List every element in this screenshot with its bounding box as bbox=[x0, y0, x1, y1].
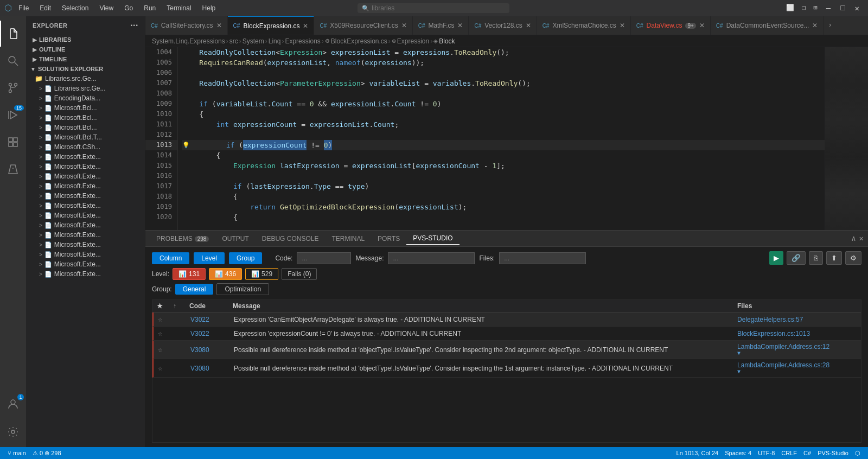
result-row-2[interactable]: ☆ V3022 Expression 'expressionCount != 0… bbox=[152, 327, 861, 341]
status-eol[interactable]: CRLF bbox=[778, 450, 800, 456]
level-button[interactable]: Level bbox=[194, 252, 225, 264]
header-message[interactable]: Message bbox=[233, 302, 737, 310]
tab-vector[interactable]: C# Vector128.cs ✕ bbox=[469, 16, 537, 35]
tab-mathf[interactable]: C# MathF.cs ✕ bbox=[413, 16, 469, 35]
group-general-btn[interactable]: General bbox=[175, 284, 214, 295]
tab-datacommon-close[interactable]: ✕ bbox=[812, 22, 818, 29]
close-btn[interactable]: ✕ bbox=[851, 3, 864, 14]
files-filter-input[interactable] bbox=[499, 252, 586, 264]
breadcrumb-file[interactable]: BlockExpression.cs bbox=[331, 37, 387, 45]
tree-item[interactable]: >📄Microsoft.Exte... bbox=[26, 191, 145, 201]
layout-icon[interactable]: ⬜ bbox=[783, 3, 797, 14]
tree-item[interactable]: >📄Libraries.src.Ge... bbox=[26, 84, 145, 93]
tree-item[interactable]: >📄Microsoft.Exte... bbox=[26, 171, 145, 181]
tree-item[interactable]: >📄Microsoft.Exte... bbox=[26, 181, 145, 191]
minimize-btn[interactable]: — bbox=[822, 3, 835, 14]
tab-debug[interactable]: DEBUG CONSOLE bbox=[256, 233, 326, 245]
tree-item[interactable]: >📄Microsoft.Exte... bbox=[26, 259, 145, 269]
tab-vector-close[interactable]: ✕ bbox=[526, 22, 531, 29]
activity-run[interactable]: 15 bbox=[0, 102, 26, 128]
tab-terminal[interactable]: TERMINAL bbox=[325, 233, 371, 245]
run-analysis-btn[interactable]: ▶ bbox=[769, 251, 783, 265]
star-2[interactable]: ☆ bbox=[158, 329, 174, 338]
tree-item[interactable]: >📄Microsoft.Bcl... bbox=[26, 113, 145, 123]
tree-item[interactable]: >📄Microsoft.Bcl... bbox=[26, 123, 145, 132]
tree-item[interactable]: >📄Microsoft.Exte... bbox=[26, 220, 145, 230]
search-input[interactable] bbox=[372, 4, 505, 12]
tree-item[interactable]: >📄EncodingData... bbox=[26, 93, 145, 103]
code-link-2[interactable]: V3022 bbox=[190, 330, 234, 337]
breadcrumb-class[interactable]: Expression bbox=[397, 37, 429, 45]
tree-item[interactable]: >📄Microsoft.Bcl.T... bbox=[26, 132, 145, 142]
tab-datacommon[interactable]: C# DataCommonEventSource... ✕ bbox=[711, 16, 824, 35]
column-button[interactable]: Column bbox=[152, 252, 189, 264]
result-row-1[interactable]: ☆ V3022 Expression 'CanEmitObjectArrayDe… bbox=[152, 313, 861, 327]
section-libraries[interactable]: ▶ LIBRARIES bbox=[26, 35, 145, 44]
export-btn[interactable]: ⬆ bbox=[826, 251, 842, 265]
tab-dataview-close[interactable]: ✕ bbox=[699, 22, 705, 29]
tab-xml-close[interactable]: ✕ bbox=[620, 22, 625, 29]
tab-dataview[interactable]: C# DataView.cs 9+ ✕ bbox=[631, 16, 711, 35]
tree-item[interactable]: >📄Microsoft.CSh... bbox=[26, 142, 145, 152]
tab-blockexpression[interactable]: C# BlockExpression.cs ✕ bbox=[228, 16, 315, 35]
tab-block-close[interactable]: ✕ bbox=[303, 22, 308, 30]
tab-callsite-close[interactable]: ✕ bbox=[216, 22, 222, 29]
menu-edit[interactable]: Edit bbox=[35, 3, 55, 13]
group-optimization-btn[interactable]: Optimization bbox=[216, 283, 269, 295]
activity-testing[interactable] bbox=[0, 156, 26, 182]
status-encoding[interactable]: UTF-8 bbox=[755, 450, 778, 456]
layout2-icon[interactable]: ❐ bbox=[799, 3, 809, 14]
search-bar[interactable]: 🔍 bbox=[358, 3, 509, 13]
menu-terminal[interactable]: Terminal bbox=[162, 3, 195, 13]
breadcrumb-linq[interactable]: System.Linq.Expressions bbox=[152, 37, 225, 45]
tab-xml[interactable]: C# XmlSchemaChoice.cs ✕ bbox=[537, 16, 631, 35]
tree-item[interactable]: >📄Microsoft.Exte... bbox=[26, 269, 145, 279]
tab-overflow[interactable]: › bbox=[824, 16, 836, 35]
header-code[interactable]: Code bbox=[189, 302, 233, 310]
code-link-3[interactable]: V3080 bbox=[190, 346, 234, 354]
tree-item[interactable]: >📄Microsoft.Exte... bbox=[26, 250, 145, 259]
settings-panel-btn[interactable]: ⚙ bbox=[845, 251, 861, 265]
result-row-3[interactable]: ☆ V3080 Possible null dereference inside… bbox=[152, 341, 861, 359]
activity-account[interactable]: 1 bbox=[0, 391, 26, 417]
level-red-btn[interactable]: 📊 131 bbox=[173, 268, 206, 280]
breadcrumb-expressions[interactable]: Expressions bbox=[285, 37, 320, 45]
section-outline[interactable]: ▶ OUTLINE bbox=[26, 44, 145, 54]
status-line-col[interactable]: Ln 1013, Col 24 bbox=[673, 450, 722, 456]
tab-callsite[interactable]: C# CallSiteFactory.cs ✕ bbox=[145, 16, 228, 35]
activity-search[interactable] bbox=[0, 48, 26, 74]
breadcrumb-src[interactable]: src bbox=[229, 37, 238, 45]
tab-problems[interactable]: PROBLEMS298 bbox=[150, 233, 215, 245]
code-link-1[interactable]: V3022 bbox=[190, 316, 234, 323]
breadcrumb-method[interactable]: Block bbox=[439, 37, 455, 45]
status-language[interactable]: C# bbox=[800, 450, 814, 456]
tree-root[interactable]: 📁 Libraries.src.Ge... bbox=[26, 74, 145, 84]
activity-extensions[interactable] bbox=[0, 129, 26, 155]
status-errors[interactable]: ⚠ 0 ⊗ 298 bbox=[29, 450, 65, 457]
solution-explorer[interactable]: ▼ SOLUTION EXPLORER bbox=[26, 64, 145, 74]
breadcrumb-system[interactable]: System bbox=[242, 37, 264, 45]
tree-item[interactable]: >📄Microsoft.Exte... bbox=[26, 201, 145, 211]
level-yellow-btn[interactable]: 📊 529 bbox=[245, 268, 278, 280]
panel-minimize-icon[interactable]: ∧ bbox=[851, 234, 856, 243]
copy-btn[interactable]: ⎘ bbox=[809, 251, 823, 265]
file-2[interactable]: BlockExpression.cs:1013 bbox=[737, 330, 857, 337]
file-1[interactable]: DelegateHelpers.cs:57 bbox=[737, 316, 857, 323]
activity-source-control[interactable] bbox=[0, 75, 26, 101]
star-1[interactable]: ☆ bbox=[158, 315, 174, 324]
maximize-btn[interactable]: □ bbox=[836, 3, 849, 14]
message-filter-input[interactable] bbox=[388, 252, 475, 264]
breadcrumb-linq2[interactable]: Linq bbox=[269, 37, 281, 45]
code-link-4[interactable]: V3080 bbox=[190, 365, 234, 372]
panel-close-icon[interactable]: ✕ bbox=[859, 234, 864, 243]
tab-x509[interactable]: C# X509ResourceClient.cs ✕ bbox=[314, 16, 412, 35]
status-pvs[interactable]: PVS-Studio bbox=[814, 450, 852, 456]
menu-view[interactable]: View bbox=[95, 3, 118, 13]
tree-item[interactable]: >📄Microsoft.Exte... bbox=[26, 230, 145, 240]
tab-pvs[interactable]: PVS-STUDIO bbox=[406, 232, 459, 245]
code-editor[interactable]: ReadOnlyCollection<Expression> expressio… bbox=[178, 47, 825, 230]
tab-x509-close[interactable]: ✕ bbox=[401, 22, 407, 29]
filter-btn[interactable]: 🔗 bbox=[787, 251, 806, 265]
sidebar-more-icon[interactable]: ··· bbox=[130, 21, 138, 30]
group-button[interactable]: Group bbox=[229, 252, 262, 264]
